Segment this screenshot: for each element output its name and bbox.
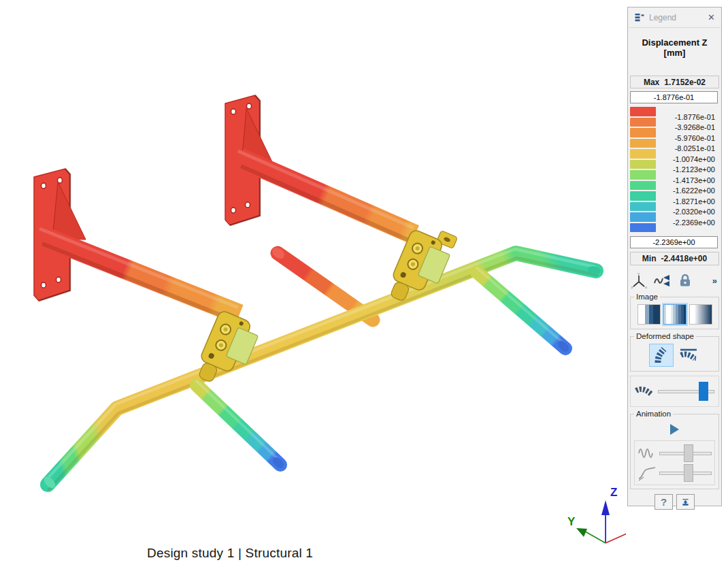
scale-swatch-column [630,107,656,233]
deformed-mini-icon [635,384,654,399]
result-field-name: Displacement Z [628,37,721,48]
play-button[interactable] [670,424,679,435]
image-style-bands-button[interactable] [638,304,661,325]
animation-amplitude-row [638,443,712,463]
dock-icon [681,495,690,509]
bent-beam-icon [652,346,670,365]
animation-group: Animation [630,414,719,489]
grip-handle-right [476,267,571,354]
ramp-curve-icon [638,464,657,482]
image-style-smooth-button[interactable] [689,304,712,325]
svg-text:Y: Y [638,272,640,276]
legend-titlebar: Legend ✕ [628,7,721,27]
legend-title: Legend [649,13,706,22]
deformation-scale-row [630,376,719,407]
close-icon[interactable]: ✕ [706,12,717,22]
scale-swatch [630,181,656,191]
legend-icon [633,12,645,24]
color-scale: -1.8776e-01-3.9268e-01-5.9760e-01-8.0251… [628,107,721,233]
lower-bound-input[interactable] [630,236,718,248]
min-value: -2.4418e+00 [661,254,707,263]
scale-swatch [630,139,656,148]
more-chevron[interactable]: » [712,276,718,286]
model-viewport[interactable]: Z X Y [0,0,626,573]
deformed-shape-on-button[interactable] [649,344,674,367]
lock-icon[interactable] [677,272,693,289]
scale-swatch [630,107,656,116]
slider-handle[interactable] [684,464,693,482]
animation-speed-slider[interactable] [659,463,712,483]
deformed-shape-scale-button[interactable] [676,344,701,367]
animation-controls [634,440,715,485]
wall-arm-right [238,151,415,242]
deformation-scale-slider[interactable] [658,381,714,402]
grip-handle-left [196,380,286,470]
scale-label-column: -1.8776e-01-3.9268e-01-5.9760e-01-8.0251… [673,112,715,229]
animation-speed-row [638,463,712,482]
scale-label: -3.9268e-01 [673,122,715,133]
triad-tool-icon[interactable]: Y z x [631,272,647,289]
scale-swatch [630,212,656,222]
scale-swatch [630,223,656,233]
scale-label: -2.2369e+00 [673,218,715,229]
max-value: 1.7152e-02 [664,78,706,87]
scale-label: -1.8271e+00 [673,197,715,208]
image-style-striped-button[interactable] [663,304,686,325]
scale-label: -1.8776e-01 [673,112,715,123]
triad-y-label: Y [567,515,576,528]
min-value-row: Min-2.4418e+00 [630,252,719,265]
scale-swatch [630,170,656,180]
scale-label: -8.0251e-01 [673,144,715,154]
divider [629,27,721,28]
orientation-triad: Z X Y [567,486,626,543]
scale-label: -1.6222e+00 [673,186,715,197]
slider-handle[interactable] [699,382,708,401]
min-label: Min [642,254,657,263]
dock-button[interactable] [676,494,695,510]
legend-panel: Legend ✕ Displacement Z [mm] Max1.7152e-… [627,7,722,506]
scale-swatch [630,128,656,137]
animation-group-label: Animation [634,410,673,418]
scale-label: -1.2123e+00 [673,165,715,176]
scale-swatch [630,118,656,127]
legend-toolbar: Y z x » [631,271,718,290]
scale-swatch [630,160,656,169]
deformed-scale-icon [679,346,698,364]
max-label: Max [644,78,659,87]
scale-label: -1.4173e+00 [673,176,715,186]
svg-text:x: x [645,285,647,289]
result-field-title: Displacement Z [mm] [628,37,721,58]
deformed-shape-group: Deformed shape [630,336,719,372]
result-field-unit: [mm] [628,48,721,58]
legend-bottom-buttons: ? [628,494,721,510]
deformed-shape-group-label: Deformed shape [634,332,696,340]
sine-wave-icon [638,444,657,462]
triad-z-label: Z [610,486,617,499]
animation-amplitude-slider[interactable] [659,443,712,463]
study-caption: Design study 1 | Structural 1 [147,546,313,561]
upper-bound-input[interactable] [630,91,718,103]
scale-swatch [630,202,656,212]
image-group-label: Image [634,293,660,301]
probe-plot-icon[interactable] [653,272,671,289]
image-group: Image [630,297,719,329]
scale-label: -2.0320e+00 [673,207,715,218]
max-value-row: Max1.7152e-02 [630,76,719,88]
slider-handle[interactable] [684,444,693,462]
svg-text:z: z [631,285,633,289]
scale-swatch [630,191,656,201]
scale-label: -1.0074e+00 [673,154,715,165]
help-button[interactable]: ? [655,494,673,510]
scale-label: -5.9760e-01 [673,133,715,144]
scale-swatch [630,149,656,159]
